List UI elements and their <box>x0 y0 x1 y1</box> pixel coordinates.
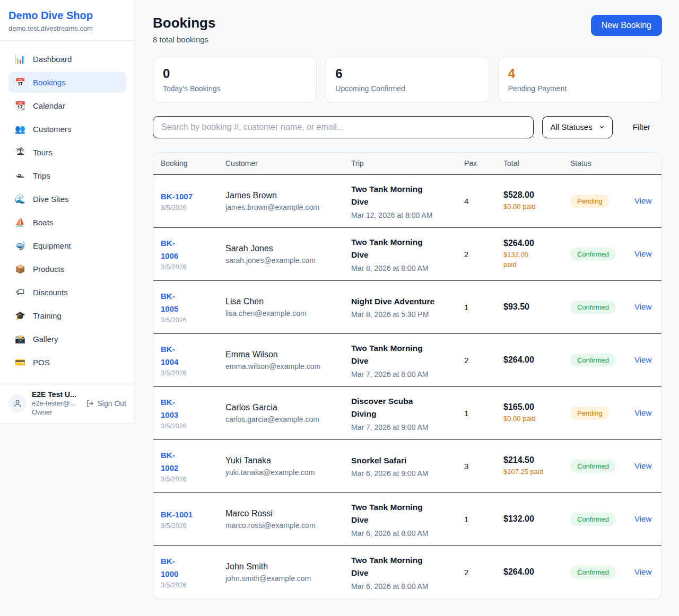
table-row: BK- 1006 3/5/2026 Sarah Jones sarah.jone… <box>153 227 661 280</box>
trip-datetime: Mar 8, 2026 at 8:00 AM <box>351 264 452 272</box>
customer-name: Carlos Garcia <box>225 403 340 412</box>
credit-card-icon: 💳 <box>15 357 25 367</box>
trip-name: Two Tank Morning Dive <box>351 554 452 579</box>
stat-card-upcoming-confirmed: 6 Upcoming Confirmed <box>325 57 489 102</box>
calendar-icon: 📅 <box>15 77 25 87</box>
paid-amount: $107.25 paid <box>503 467 559 477</box>
pax-count: 1 <box>457 409 496 418</box>
chevron-down-icon <box>599 124 605 130</box>
stat-label: Upcoming Confirmed <box>335 84 479 93</box>
trip-name: Two Tank Morning Dive <box>351 236 452 261</box>
total-amount: $528.00 <box>503 190 559 200</box>
customer-email: emma.wilson@example.com <box>225 362 340 371</box>
bookings-table: Booking Customer Trip Pax Total Status B… <box>153 152 662 599</box>
stat-value: 0 <box>163 66 307 82</box>
customer-name: Emma Wilson <box>225 350 340 359</box>
sidebar-item-label: Boats <box>33 218 53 227</box>
status-filter-value: All Statuses <box>550 122 592 131</box>
total-amount: $264.00 <box>503 567 559 577</box>
filter-button[interactable]: Filter <box>630 122 654 132</box>
trip-name: Two Tank Morning Dive <box>351 501 452 526</box>
table-header-row: Booking Customer Trip Pax Total Status <box>153 153 661 174</box>
stat-card-pending-payment: 4 Pending Payment <box>498 57 662 102</box>
column-header-total: Total <box>496 159 563 168</box>
booking-link[interactable]: BK- 1000 <box>161 555 178 580</box>
column-header-trip: Trip <box>344 159 457 168</box>
sidebar-item-customers[interactable]: 👥 Customers <box>8 118 126 139</box>
sign-out-label: Sign Out <box>98 399 126 408</box>
island-icon: 🏝 <box>15 147 25 157</box>
pax-count: 2 <box>457 250 496 259</box>
booking-date: 3/5/2026 <box>161 316 214 324</box>
sidebar-item-products[interactable]: 📦 Products <box>8 258 126 279</box>
total-amount: $132.00 <box>503 514 559 524</box>
table-row: BK- 1002 3/5/2026 Yuki Tanaka yuki.tanak… <box>153 439 661 492</box>
sidebar-item-trips[interactable]: 🛥 Trips <box>8 165 126 186</box>
sign-out-button[interactable]: Sign Out <box>86 399 126 408</box>
sidebar-item-dive-sites[interactable]: 🌊 Dive Sites <box>8 188 126 209</box>
pax-count: 2 <box>457 356 496 365</box>
sidebar-item-pos[interactable]: 💳 POS <box>8 351 126 373</box>
view-link[interactable]: View <box>634 461 651 470</box>
sidebar-item-dashboard[interactable]: 📊 Dashboard <box>8 48 126 69</box>
sidebar-item-calendar[interactable]: 📆 Calendar <box>8 95 126 116</box>
page-title: Bookings <box>153 15 215 31</box>
view-link[interactable]: View <box>634 249 651 258</box>
pax-count: 2 <box>457 568 496 577</box>
booking-link[interactable]: BK-1007 <box>161 190 193 203</box>
column-header-booking: Booking <box>153 159 218 168</box>
customer-email: james.brown@example.com <box>225 203 340 212</box>
status-filter-select[interactable]: All Statuses <box>542 116 612 138</box>
view-link[interactable]: View <box>634 196 651 205</box>
table-row: BK-1007 3/5/2026 James Brown james.brown… <box>153 174 661 227</box>
sidebar-item-discounts[interactable]: 🏷 Discounts <box>8 281 126 303</box>
sidebar-item-label: Calendar <box>33 101 65 110</box>
view-link[interactable]: View <box>634 567 651 576</box>
stat-label: Today's Bookings <box>163 84 307 93</box>
stat-label: Pending Payment <box>508 84 652 93</box>
sidebar-item-training[interactable]: 🎓 Training <box>8 305 126 326</box>
trip-datetime: Mar 12, 2026 at 8:00 AM <box>351 211 452 219</box>
diving-mask-icon: 🤿 <box>15 241 25 251</box>
customer-name: Sarah Jones <box>225 244 340 253</box>
table-row: BK- 1003 3/5/2026 Carlos Garcia carlos.g… <box>153 386 661 439</box>
table-row: BK- 1000 3/5/2026 John Smith john.smith@… <box>153 545 661 599</box>
view-link[interactable]: View <box>634 302 651 311</box>
status-badge: Confirmed <box>570 513 616 526</box>
booking-link[interactable]: BK- 1004 <box>161 343 178 368</box>
booking-date: 3/5/2026 <box>161 263 214 271</box>
sidebar-item-label: Discounts <box>33 288 68 297</box>
view-link[interactable]: View <box>634 355 651 364</box>
booking-date: 3/5/2026 <box>161 204 214 212</box>
status-badge: Confirmed <box>570 460 616 473</box>
people-icon: 👥 <box>15 124 25 134</box>
status-badge: Pending <box>570 195 610 208</box>
sidebar-item-label: Gallery <box>33 335 58 344</box>
booking-date: 3/5/2026 <box>161 582 214 589</box>
status-badge: Pending <box>570 407 610 420</box>
customer-email: marco.rossi@example.com <box>225 521 340 530</box>
sidebar-item-equipment[interactable]: 🤿 Equipment <box>8 235 126 256</box>
sidebar-item-gallery[interactable]: 📸 Gallery <box>8 328 126 349</box>
new-booking-button[interactable]: New Booking <box>591 15 662 36</box>
view-link[interactable]: View <box>634 514 651 523</box>
table-row: BK- 1004 3/5/2026 Emma Wilson emma.wilso… <box>153 333 661 386</box>
booking-link[interactable]: BK- 1003 <box>161 396 178 421</box>
booking-link[interactable]: BK- 1005 <box>161 290 178 315</box>
tear-off-calendar-icon: 📆 <box>15 101 25 111</box>
sidebar-item-boats[interactable]: ⛵ Boats <box>8 212 126 233</box>
sidebar-item-tours[interactable]: 🏝 Tours <box>8 142 126 163</box>
sailboat-icon: ⛵ <box>15 217 25 227</box>
booking-link[interactable]: BK- 1006 <box>161 237 178 262</box>
booking-link[interactable]: BK-1001 <box>161 508 193 521</box>
table-row: BK- 1005 3/5/2026 Lisa Chen lisa.chen@ex… <box>153 280 661 333</box>
booking-link[interactable]: BK- 1002 <box>161 449 178 474</box>
view-link[interactable]: View <box>634 408 651 417</box>
trip-name: Two Tank Morning Dive <box>351 342 452 367</box>
total-amount: $93.50 <box>503 302 559 312</box>
booking-date: 3/5/2026 <box>161 522 214 530</box>
trip-datetime: Mar 7, 2026 at 8:00 AM <box>351 370 452 379</box>
sidebar-item-bookings[interactable]: 📅 Bookings <box>8 72 126 93</box>
booking-date: 3/5/2026 <box>161 476 214 483</box>
search-input[interactable] <box>153 116 534 138</box>
